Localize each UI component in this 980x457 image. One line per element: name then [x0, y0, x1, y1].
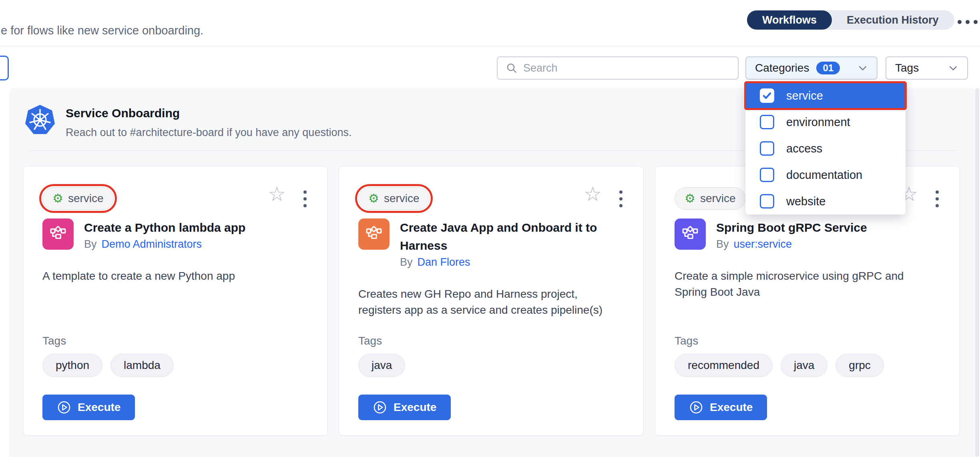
workflow-description: Create a simple microservice using gRPC … — [675, 268, 940, 300]
workflow-title: Create Java App and Onboard it to Harnes… — [400, 218, 597, 255]
play-icon — [373, 400, 387, 415]
dropdown-item-website[interactable]: website — [745, 188, 906, 214]
tag-pill: lambda — [110, 354, 174, 377]
category-chip: ⚙ service — [358, 187, 430, 210]
kebab-menu-icon[interactable] — [936, 190, 939, 207]
play-icon — [689, 400, 703, 415]
categories-label: Categories — [755, 62, 809, 74]
execute-button[interactable]: Execute — [42, 395, 135, 420]
tag-pill: python — [42, 354, 102, 377]
search-input[interactable] — [523, 62, 730, 74]
favorite-star-icon[interactable]: ☆ — [268, 184, 286, 204]
category-chip-wrap: ⚙ service — [358, 187, 430, 210]
view-toggle: Workflows Execution History — [747, 10, 954, 30]
category-chip-wrap: ⚙ service — [675, 187, 746, 210]
dropdown-item-environment[interactable]: environment — [745, 109, 906, 135]
tab-workflows[interactable]: Workflows — [747, 10, 832, 30]
workflow-description: A template to create a new Python app — [42, 268, 308, 284]
execute-button[interactable]: Execute — [675, 395, 767, 420]
categories-filter-button[interactable]: Categories 01 — [745, 56, 878, 80]
workflow-tile-icon — [42, 218, 74, 250]
tags-filter-button[interactable]: Tags — [886, 56, 968, 80]
workflow-card: ⚙ service ☆ — [339, 166, 644, 436]
tag-row: recommended java grpc — [675, 354, 884, 377]
vertical-scrollbar[interactable] — [974, 88, 980, 457]
workflows-page: e for flows like new service onboarding.… — [0, 0, 980, 457]
category-chip: ⚙ service — [42, 187, 114, 210]
page-header: e for flows like new service onboarding.… — [0, 0, 980, 46]
section-subtitle: Reach out to #architecture-board if you … — [66, 126, 351, 139]
kebab-menu-icon[interactable] — [619, 190, 623, 207]
checkbox-checked[interactable] — [760, 88, 774, 103]
dropdown-item-documentation[interactable]: documentation — [745, 162, 906, 188]
tags-label: Tags — [895, 62, 919, 74]
tag-pill: grpc — [835, 354, 884, 377]
tag-pill: recommended — [675, 354, 773, 377]
workflow-tile-icon — [675, 218, 706, 250]
scrollbar-thumb[interactable] — [975, 88, 979, 457]
dropdown-item-access[interactable]: access — [745, 135, 906, 162]
author-link[interactable]: Dan Flores — [418, 256, 470, 269]
tag-row: java — [358, 354, 405, 377]
category-chip-wrap: ⚙ service — [42, 187, 114, 210]
search-icon — [506, 62, 518, 74]
checkbox-unchecked[interactable] — [760, 141, 774, 156]
author-link[interactable]: Demo Administrators — [102, 238, 202, 251]
checkbox-unchecked[interactable] — [760, 194, 774, 208]
play-icon — [57, 400, 71, 415]
page-subtitle-partial: e for flows like new service onboarding. — [1, 24, 203, 37]
workflow-title: Create a Python lambda app — [84, 218, 245, 237]
edge-clipped-button[interactable] — [0, 56, 9, 80]
gear-icon: ⚙ — [368, 192, 379, 204]
more-options-icon[interactable] — [958, 20, 978, 24]
byline: By Demo Administrators — [84, 238, 245, 251]
categories-count-badge: 01 — [816, 62, 840, 74]
gear-icon: ⚙ — [685, 192, 695, 204]
workflow-tile-icon — [358, 218, 390, 250]
kubernetes-icon — [24, 104, 56, 138]
section-title: Service Onboarding — [66, 106, 180, 120]
byline: By user:service — [716, 238, 867, 251]
author-link[interactable]: user:service — [734, 238, 792, 251]
favorite-star-icon[interactable]: ☆ — [584, 184, 602, 204]
tab-execution-history[interactable]: Execution History — [831, 11, 954, 29]
chevron-down-icon — [948, 63, 958, 73]
tags-section-label: Tags — [675, 335, 698, 347]
gear-icon: ⚙ — [52, 192, 63, 204]
workflow-card: ⚙ service ☆ — [23, 166, 328, 436]
workflow-title: Spring Boot gRPC Service — [716, 218, 867, 237]
tags-section-label: Tags — [358, 335, 382, 347]
kebab-menu-icon[interactable] — [303, 190, 307, 207]
dropdown-item-service[interactable]: service — [745, 82, 906, 109]
tag-row: python lambda — [42, 354, 174, 377]
byline: By Dan Flores — [400, 256, 597, 269]
tag-pill: java — [358, 354, 405, 377]
checkbox-unchecked[interactable] — [760, 168, 774, 182]
tags-section-label: Tags — [42, 335, 66, 347]
chevron-down-icon — [858, 63, 868, 73]
tag-pill: java — [781, 354, 827, 377]
execute-button[interactable]: Execute — [358, 395, 451, 420]
search-box — [497, 56, 739, 80]
filters-toolbar: Categories 01 Tags — [0, 47, 980, 88]
checkbox-unchecked[interactable] — [760, 115, 774, 129]
categories-dropdown: service environment access documentation… — [745, 82, 906, 214]
category-chip: ⚙ service — [675, 187, 746, 210]
workflow-description: Creates new GH Repo and Harness project,… — [358, 286, 624, 318]
